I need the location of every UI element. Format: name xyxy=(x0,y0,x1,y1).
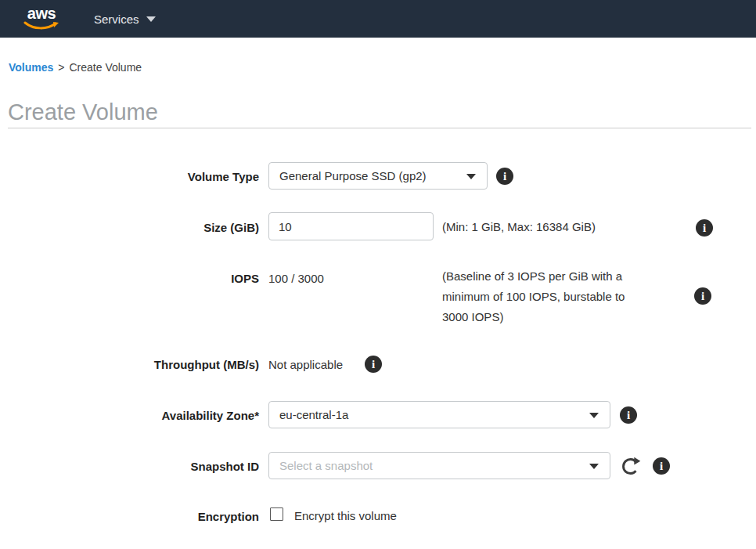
aws-logo[interactable]: aws xyxy=(22,5,61,32)
title-divider xyxy=(8,128,751,128)
throughput-label: Throughput (MB/s) xyxy=(9,358,259,371)
volume-type-label: Volume Type xyxy=(9,170,259,183)
breadcrumb-volumes-link[interactable]: Volumes xyxy=(9,61,53,74)
iops-label: IOPS xyxy=(9,272,259,285)
breadcrumb-current: Create Volume xyxy=(70,61,142,74)
size-hint: (Min: 1 GiB, Max: 16384 GiB) xyxy=(442,220,596,233)
availability-zone-value: eu-central-1a xyxy=(279,408,348,421)
availability-zone-label: Availability Zone* xyxy=(9,409,259,422)
services-menu[interactable]: Services xyxy=(94,0,156,38)
top-navbar: aws Services xyxy=(0,0,756,38)
encryption-label: Encryption xyxy=(9,510,259,523)
volume-type-info-icon[interactable]: i xyxy=(496,168,513,185)
chevron-down-icon xyxy=(466,174,476,179)
snapshot-id-info-icon[interactable]: i xyxy=(653,457,670,475)
volume-type-dropdown[interactable]: General Purpose SSD (gp2) xyxy=(268,162,488,190)
aws-logo-text: aws xyxy=(27,5,56,21)
refresh-icon xyxy=(620,456,641,477)
encrypt-volume-checkbox[interactable] xyxy=(270,507,283,521)
chevron-down-icon xyxy=(589,413,599,418)
size-info-icon[interactable]: i xyxy=(696,219,713,237)
breadcrumb-separator: > xyxy=(58,61,64,74)
aws-smile-icon xyxy=(23,21,60,31)
snapshot-id-label: Snapshot ID xyxy=(9,460,259,473)
volume-type-value: General Purpose SSD (gp2) xyxy=(279,169,427,182)
snapshot-id-placeholder: Select a snapshot xyxy=(279,459,373,472)
services-label: Services xyxy=(94,13,139,26)
page-title: Create Volume xyxy=(8,99,158,125)
size-input[interactable] xyxy=(268,212,434,240)
encrypt-volume-checkbox-label: Encrypt this volume xyxy=(294,509,397,522)
iops-value: 100 / 3000 xyxy=(268,272,324,285)
throughput-info-icon[interactable]: i xyxy=(365,356,382,373)
create-volume-page: aws Services Volumes>Create Volume Creat… xyxy=(0,0,756,549)
breadcrumb: Volumes>Create Volume xyxy=(9,61,142,74)
iops-hint-line: minimum of 100 IOPS, burstable to xyxy=(442,287,625,307)
chevron-down-icon xyxy=(589,464,599,469)
iops-info-icon[interactable]: i xyxy=(694,287,711,305)
refresh-snapshots-button[interactable] xyxy=(620,456,641,477)
availability-zone-dropdown[interactable]: eu-central-1a xyxy=(268,401,610,428)
snapshot-id-dropdown[interactable]: Select a snapshot xyxy=(268,452,610,479)
iops-hint-line: (Baseline of 3 IOPS per GiB with a xyxy=(442,266,625,287)
iops-hint-line: 3000 IOPS) xyxy=(442,307,625,327)
size-label: Size (GiB) xyxy=(9,221,259,234)
iops-hint: (Baseline of 3 IOPS per GiB with a minim… xyxy=(442,266,625,327)
throughput-value: Not applicable xyxy=(268,358,343,371)
availability-zone-info-icon[interactable]: i xyxy=(620,406,637,424)
chevron-down-icon xyxy=(146,16,156,22)
